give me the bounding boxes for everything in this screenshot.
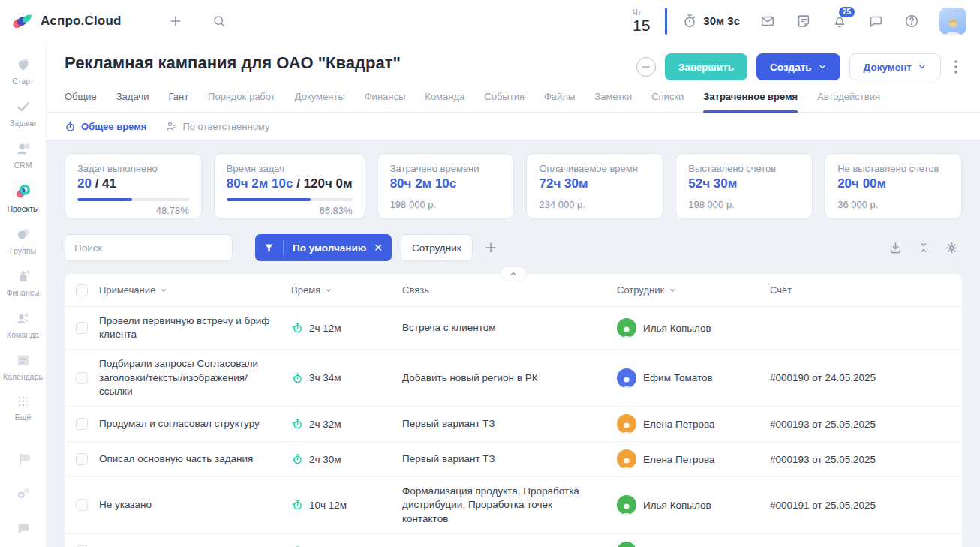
table-row[interactable]: Провели первичную встречу и бриф клиента…: [65, 307, 962, 350]
employee-cell[interactable]: Елена Петрова: [617, 414, 770, 434]
invoice-cell: #000190 от 24.05.2025: [770, 372, 962, 383]
link-cell[interactable]: Первый вариант ТЗ: [402, 452, 617, 466]
sidebar-item-finance[interactable]: Финансы: [0, 262, 47, 304]
stat-value-accent: 80ч 2м 10с: [227, 176, 293, 191]
link-cell[interactable]: Встреча с клиентом: [402, 321, 617, 335]
sidebar-item-calendar[interactable]: Календарь: [0, 346, 47, 388]
sidebar-item-groups[interactable]: Группы: [0, 220, 47, 262]
project-tab[interactable]: Автодействия: [817, 91, 880, 112]
employee-cell[interactable]: Елена Петрова: [617, 449, 770, 469]
flag-app-icon[interactable]: [15, 451, 32, 467]
project-tab[interactable]: Команда: [425, 91, 464, 112]
table-row[interactable]: Описал основную часть задания 2ч 30м Пер…: [65, 442, 962, 477]
column-header-link[interactable]: Связь: [402, 284, 617, 296]
stat-value-rest: / 120ч 0м: [293, 176, 352, 191]
project-tab[interactable]: Задачи: [116, 91, 149, 112]
sidebar-item-projects[interactable]: Проекты: [0, 176, 47, 220]
document-button[interactable]: Документ: [849, 53, 941, 80]
search-icon[interactable]: [212, 14, 227, 29]
row-checkbox[interactable]: [76, 372, 88, 384]
stopwatch-icon: [65, 121, 76, 132]
stat-card: Оплачиваемое время 72ч 30м 234 000 р.: [526, 153, 663, 219]
copy-link-icon[interactable]: [636, 57, 656, 77]
brand[interactable]: Аспро.Cloud: [12, 11, 122, 31]
project-tab[interactable]: Общие: [65, 91, 97, 112]
employee-cell[interactable]: Илья Копылов: [617, 318, 770, 338]
calendar-icon: [15, 352, 32, 368]
add-filter-icon[interactable]: [483, 240, 498, 255]
project-tab[interactable]: Финансы: [365, 91, 406, 112]
stat-percent: 48.78%: [77, 205, 189, 216]
link-cell[interactable]: Добавить новый регион в РК: [402, 371, 617, 385]
project-tab[interactable]: Файлы: [544, 91, 575, 112]
link-cell[interactable]: Согласование черновика ТЗ: [402, 545, 617, 547]
sidebar-label: Финансы: [6, 288, 39, 297]
employee-filter-chip[interactable]: Сотрудник: [401, 234, 473, 261]
column-header-invoice[interactable]: Счёт: [770, 284, 962, 296]
global-add-icon[interactable]: [168, 14, 183, 29]
collapse-rows-icon[interactable]: [918, 242, 930, 254]
notes-icon[interactable]: [795, 13, 812, 29]
more-grid-icon: [16, 394, 31, 409]
subtab-total-time[interactable]: Общее время: [65, 121, 146, 132]
project-tab[interactable]: События: [484, 91, 525, 112]
project-tab[interactable]: Документы: [295, 91, 345, 112]
column-header-time[interactable]: Время: [291, 284, 402, 296]
subtab-by-owner[interactable]: По ответственному: [166, 121, 269, 132]
project-tab[interactable]: Затраченное время: [703, 91, 798, 112]
chat-icon[interactable]: [867, 13, 884, 29]
page-header: Рекламная кампания для ОАО "Квадрат" Зав…: [47, 41, 980, 113]
sidebar-item-team[interactable]: Команда: [0, 304, 47, 346]
stat-value-accent: 20ч 00м: [837, 176, 886, 191]
employee-cell[interactable]: Илья Копылов: [617, 542, 770, 547]
select-all-checkbox[interactable]: [76, 284, 88, 296]
employee-cell[interactable]: Ефим Томатов: [617, 368, 770, 388]
sidebar-item-crm[interactable]: CRM: [0, 134, 47, 176]
automation-gears-icon[interactable]: [15, 485, 32, 502]
timer-widget[interactable]: 30м 3с: [682, 14, 740, 29]
page-title: Рекламная кампания для ОАО "Квадрат": [65, 53, 401, 73]
table-row[interactable]: Продумал и согласовал структуру 2ч 32м П…: [65, 407, 962, 442]
user-avatar[interactable]: [939, 8, 966, 35]
sidebar-item-tasks[interactable]: Задачи: [0, 92, 47, 134]
project-tab[interactable]: Порядок работ: [208, 91, 275, 112]
link-cell[interactable]: Формализация продукта, Проработка дистри…: [402, 485, 617, 526]
create-button[interactable]: Создать: [756, 53, 840, 80]
sidebar-item-start[interactable]: Старт: [0, 50, 47, 92]
mail-icon[interactable]: [759, 13, 776, 29]
row-checkbox[interactable]: [76, 453, 88, 465]
row-checkbox[interactable]: [76, 499, 88, 511]
collapse-stats-pill[interactable]: [500, 266, 527, 281]
time-value: 2ч 30м: [309, 454, 341, 465]
kebab-menu-icon[interactable]: [950, 57, 962, 77]
stat-value-accent: 20: [77, 176, 92, 191]
support-chat-icon[interactable]: [15, 520, 32, 536]
help-icon[interactable]: [903, 13, 920, 29]
row-checkbox[interactable]: [76, 418, 88, 430]
project-tab[interactable]: Заметки: [594, 91, 632, 112]
time-value: 2ч 12м: [309, 323, 341, 334]
table-row[interactable]: Подбирали запросы Согласовали заголовки/…: [65, 350, 962, 407]
column-header-note[interactable]: Примечание: [99, 284, 291, 296]
filter-clear-icon[interactable]: ✕: [372, 242, 392, 253]
sidebar-item-more[interactable]: Ещё: [0, 388, 47, 428]
export-download-icon[interactable]: [888, 241, 903, 255]
chevron-down-icon: [818, 62, 827, 71]
notifications-bell-icon[interactable]: 25: [831, 13, 848, 29]
employee-cell[interactable]: Илья Копылов: [617, 495, 770, 515]
calendar-date[interactable]: Чт 15: [633, 9, 650, 33]
table-row[interactable]: Не указано 1ч 30м Согласование черновика…: [65, 534, 962, 547]
project-tab[interactable]: Списки: [651, 91, 684, 112]
finish-button[interactable]: Завершить: [665, 53, 747, 80]
table-settings-gear-icon[interactable]: [945, 241, 959, 255]
link-cell[interactable]: Первый вариант ТЗ: [402, 417, 617, 431]
project-tabs: Общие Задачи Гант Порядок работ Документ…: [65, 91, 962, 112]
project-tab[interactable]: Гант: [168, 91, 188, 112]
column-header-employee[interactable]: Сотрудник: [617, 284, 770, 296]
column-label: Время: [291, 284, 320, 296]
filter-preset-button[interactable]: По умолчанию ✕: [255, 234, 392, 261]
row-checkbox[interactable]: [76, 322, 88, 334]
table-row[interactable]: Не указано 10ч 12м Формализация продукта…: [65, 477, 962, 534]
search-input[interactable]: [65, 234, 233, 261]
employee-name: Елена Петрова: [643, 454, 715, 465]
